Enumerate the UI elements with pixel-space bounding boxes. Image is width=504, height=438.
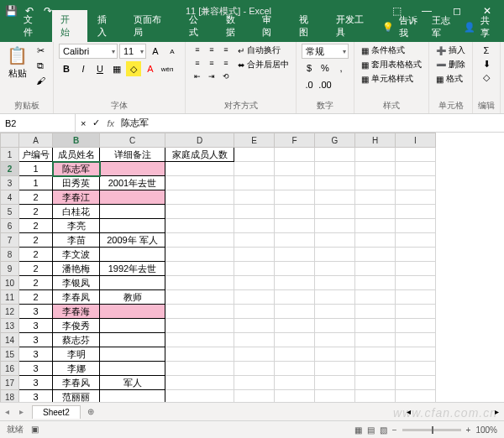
cell[interactable]: [100, 276, 165, 290]
cell[interactable]: [100, 319, 165, 333]
cell[interactable]: [234, 248, 275, 262]
format-button[interactable]: ▦格式: [434, 72, 467, 86]
cell[interactable]: [355, 390, 396, 403]
cell[interactable]: [234, 390, 275, 403]
bold-button[interactable]: B: [59, 61, 74, 76]
insert-button[interactable]: ➕插入: [434, 44, 467, 57]
cell[interactable]: [100, 333, 165, 347]
share-button[interactable]: 共享: [480, 14, 499, 39]
cell[interactable]: [234, 319, 275, 333]
fx-cancel-icon[interactable]: ×: [81, 118, 86, 128]
cell[interactable]: 李亮: [53, 219, 100, 233]
cell[interactable]: [165, 176, 234, 190]
row-header[interactable]: 3: [1, 176, 19, 190]
row-header[interactable]: 14: [1, 333, 19, 347]
cell[interactable]: 家庭成员人数: [165, 148, 234, 162]
tab-insert[interactable]: 插入: [89, 10, 124, 42]
cell[interactable]: 军人: [100, 376, 165, 390]
cell[interactable]: [315, 305, 355, 319]
cell[interactable]: [396, 162, 436, 176]
cell[interactable]: [315, 290, 355, 305]
zoom-level[interactable]: 100%: [475, 425, 497, 435]
tab-dev[interactable]: 开发工具: [328, 10, 381, 42]
cell[interactable]: [234, 219, 275, 233]
fill-down-icon[interactable]: ⬇: [479, 57, 494, 70]
cell[interactable]: [355, 305, 396, 319]
cell[interactable]: [275, 333, 315, 347]
cell-style-button[interactable]: ▦单元格样式: [360, 72, 423, 86]
cell[interactable]: [100, 305, 165, 319]
paste-button[interactable]: 📋 粘贴: [5, 44, 29, 81]
cell[interactable]: [275, 219, 315, 233]
cell[interactable]: 2: [19, 276, 53, 290]
cell[interactable]: [396, 219, 436, 233]
cell[interactable]: [355, 219, 396, 233]
cell[interactable]: [234, 333, 275, 347]
cell[interactable]: 李苗: [53, 233, 100, 248]
cell[interactable]: [396, 319, 436, 333]
cell[interactable]: 1992年去世: [100, 262, 165, 276]
number-format-combo[interactable]: 常规: [302, 44, 349, 59]
cell[interactable]: [165, 376, 234, 390]
align-right-icon[interactable]: ≡: [219, 57, 233, 69]
row-header[interactable]: 10: [1, 276, 19, 290]
col-header[interactable]: G: [315, 133, 355, 148]
row-header[interactable]: 16: [1, 362, 19, 376]
border-button[interactable]: ▦: [109, 61, 124, 76]
cell[interactable]: [165, 290, 234, 305]
cell[interactable]: [234, 347, 275, 362]
cell[interactable]: [100, 205, 165, 219]
cell[interactable]: [165, 347, 234, 362]
col-header[interactable]: E: [234, 133, 275, 148]
cell[interactable]: [275, 319, 315, 333]
cell[interactable]: [275, 276, 315, 290]
align-bot-icon[interactable]: ≡: [219, 44, 233, 55]
cell[interactable]: [396, 176, 436, 190]
zoom-in-icon[interactable]: +: [466, 425, 471, 435]
cell[interactable]: [396, 362, 436, 376]
cell[interactable]: [275, 305, 315, 319]
row-header[interactable]: 2: [1, 162, 19, 176]
cell[interactable]: [275, 190, 315, 205]
merge-button[interactable]: ⬌合并后居中: [236, 58, 291, 71]
cell[interactable]: 田秀英: [53, 176, 100, 190]
col-header[interactable]: I: [396, 133, 436, 148]
cell[interactable]: 1: [19, 162, 53, 176]
row-header[interactable]: 4: [1, 190, 19, 205]
cell[interactable]: [315, 333, 355, 347]
dec-dec-icon[interactable]: .00: [318, 77, 333, 92]
cell[interactable]: 2009年 军人: [100, 233, 165, 248]
cell[interactable]: [355, 376, 396, 390]
cell[interactable]: [275, 205, 315, 219]
cell[interactable]: [396, 333, 436, 347]
cell[interactable]: [165, 248, 234, 262]
clear-icon[interactable]: ◇: [479, 70, 494, 84]
align-center-icon[interactable]: ≡: [205, 57, 218, 69]
cell[interactable]: [234, 376, 275, 390]
cell[interactable]: [315, 319, 355, 333]
cell[interactable]: [234, 290, 275, 305]
cell[interactable]: [396, 376, 436, 390]
tab-data[interactable]: 数据: [218, 10, 253, 42]
cell[interactable]: 李娜: [53, 362, 100, 376]
tab-view[interactable]: 视图: [291, 10, 326, 42]
zoom-slider[interactable]: [402, 429, 461, 431]
cell[interactable]: [315, 219, 355, 233]
cell[interactable]: [396, 148, 436, 162]
cell[interactable]: [355, 290, 396, 305]
cell[interactable]: [315, 205, 355, 219]
sheet-nav-prev-icon[interactable]: ◂: [0, 407, 14, 416]
cell[interactable]: [396, 205, 436, 219]
sheet-tab[interactable]: Sheet2: [32, 405, 81, 419]
cell[interactable]: [355, 205, 396, 219]
cell[interactable]: 陈志军: [53, 162, 100, 176]
cell[interactable]: [100, 362, 165, 376]
cell[interactable]: [396, 248, 436, 262]
cut-icon[interactable]: ✂: [33, 44, 48, 57]
cell[interactable]: 李俊秀: [53, 319, 100, 333]
cell[interactable]: [355, 233, 396, 248]
cell[interactable]: [315, 362, 355, 376]
cell[interactable]: 3: [19, 305, 53, 319]
fontcolor-button[interactable]: A: [143, 61, 158, 76]
cond-format-button[interactable]: ▦条件格式: [360, 44, 423, 57]
